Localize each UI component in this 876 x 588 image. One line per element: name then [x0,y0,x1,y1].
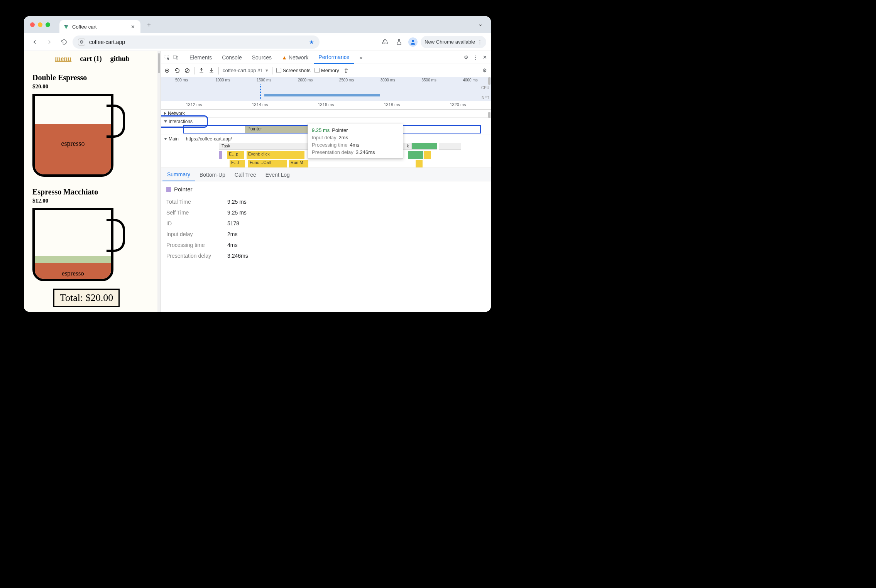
product-name: Espresso Macchiato [32,188,152,196]
overview-tick: 1000 ms [202,78,244,84]
nav-menu[interactable]: menu [55,55,71,63]
cup-graphic[interactable]: espresso [32,94,125,177]
bookmark-star-icon[interactable]: ★ [309,39,314,45]
summary-value: 5178 [227,220,239,226]
event-bar[interactable]: E…p [227,151,244,159]
overview-tick: 3500 ms [408,78,450,84]
tab-performance[interactable]: Performance [314,51,354,64]
event-bar[interactable]: Run M [289,160,308,167]
track-network-header[interactable]: Network [161,110,491,117]
tab-title: Coffee cart [72,24,96,30]
tab-network[interactable]: ▲Network [277,51,313,64]
summary-row: Self Time9.25 ms [166,207,485,218]
summary-row: Total Time9.25 ms [166,196,485,207]
overview-tick: 500 ms [161,78,202,84]
flame-chart-area[interactable]: Network Interactions Pointer 9.25 msPoin… [161,110,491,168]
event-bar[interactable] [408,151,423,159]
omnibox[interactable]: ⚙ coffee-cart.app ★ [73,35,320,49]
overview-timeline[interactable]: 500 ms1000 ms1500 ms2000 ms2500 ms3000 m… [161,77,491,101]
summary-row: Presentation delay3.246ms [166,250,485,261]
extensions-icon[interactable] [379,36,391,48]
address-bar: ⚙ coffee-cart.app ★ New Chrome available… [24,33,491,51]
reload-record-icon[interactable] [174,68,180,74]
inspect-icon[interactable] [164,54,170,61]
event-bar[interactable] [424,151,431,159]
event-bar[interactable] [416,160,423,167]
profile-button[interactable] [407,36,419,48]
product-price: $12.00 [32,198,152,204]
ruler-tick: 1318 ms [359,101,425,109]
event-click-bar[interactable]: Event: click [247,151,304,159]
record-icon[interactable] [164,68,170,74]
task-bar[interactable]: k [404,143,412,150]
gc-icon[interactable] [343,68,349,74]
overview-tick: 2500 ms [326,78,367,84]
close-window[interactable] [30,22,35,27]
tab-close-icon[interactable]: ✕ [131,24,135,30]
hover-tooltip: 9.25 msPointer Input delay2ms Processing… [308,124,403,159]
labs-icon[interactable] [393,36,405,48]
update-chip[interactable]: New Chrome available ⋮ [421,36,486,48]
browser-tab[interactable]: Coffee cart ✕ [59,20,140,33]
upload-icon[interactable] [198,68,205,74]
url-text: coffee-cart.app [89,39,125,45]
screenshots-checkbox[interactable]: Screenshots [276,68,311,73]
target-select[interactable]: coffee-cart.app #1▾ [223,68,268,73]
ruler-tick: 1312 ms [161,101,227,109]
page-viewport: menu cart (1) github Double Espresso $20… [24,51,161,312]
close-devtools-icon[interactable]: ✕ [482,54,488,61]
devtools-scrollbar[interactable] [488,51,491,312]
new-tab-button[interactable]: ＋ [144,19,154,30]
back-button[interactable] [29,36,41,48]
cart-total[interactable]: Total: $20.00 [53,289,120,307]
summary-key: Processing time [166,242,220,248]
task-bar[interactable] [439,143,461,150]
memory-checkbox[interactable]: Memory [315,68,339,73]
product-item: Double Espresso $20.00 espresso [32,73,152,177]
device-toggle-icon[interactable] [172,54,179,61]
tab-sources[interactable]: Sources [247,51,276,64]
tab-call-tree[interactable]: Call Tree [230,168,261,181]
tab-elements[interactable]: Elements [185,51,216,64]
overview-tick: 2000 ms [285,78,326,84]
page-scrollbar[interactable] [157,51,161,312]
reload-button[interactable] [58,36,70,48]
summary-row: ID5178 [166,218,485,229]
tab-event-log[interactable]: Event Log [261,168,294,181]
window-menu-icon[interactable] [476,21,485,29]
color-swatch [166,187,171,192]
tab-bottom-up[interactable]: Bottom-Up [195,168,230,181]
product-price: $20.00 [32,83,152,90]
maximize-window[interactable] [46,22,50,27]
settings-icon[interactable]: ⚙ [463,54,469,61]
svg-rect-3 [176,56,178,59]
task-bar[interactable] [408,143,437,150]
tabs-overflow-icon[interactable]: » [355,51,367,64]
svg-point-5 [166,70,168,71]
site-settings-icon[interactable]: ⚙ [78,39,85,46]
event-bar[interactable]: F…l [230,160,245,167]
summary-row: Input delay2ms [166,229,485,240]
summary-key: Input delay [166,231,220,237]
forward-button[interactable] [43,36,56,48]
tab-console[interactable]: Console [217,51,246,64]
perf-settings-icon[interactable]: ⚙ [482,68,488,74]
kebab-icon[interactable]: ⋮ [472,54,479,61]
summary-key: Total Time [166,199,220,205]
product-name: Double Espresso [32,73,152,82]
time-ruler[interactable]: 1312 ms1314 ms1316 ms1318 ms1320 ms [161,101,491,110]
overview-tick: 4000 ms [450,78,491,84]
download-icon[interactable] [208,68,215,74]
minimize-window[interactable] [38,22,42,27]
nav-github[interactable]: github [110,55,130,63]
nav-cart[interactable]: cart (1) [80,55,101,63]
svg-point-0 [412,40,414,42]
chevron-down-icon: ▾ [266,68,268,73]
clear-icon[interactable] [184,68,190,74]
event-bar[interactable]: Func…Call [248,160,287,167]
cup-graphic[interactable]: espresso [32,208,125,281]
tab-summary[interactable]: Summary [162,168,195,181]
summary-key: Presentation delay [166,253,220,259]
event-bar[interactable] [219,151,222,159]
summary-value: 3.246ms [227,253,248,259]
